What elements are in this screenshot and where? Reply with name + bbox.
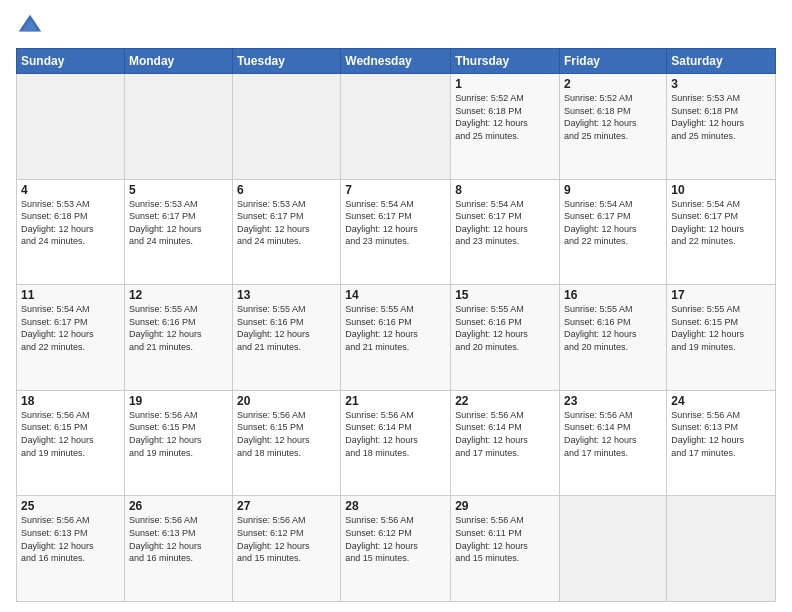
calendar-cell: 22Sunrise: 5:56 AM Sunset: 6:14 PM Dayli… xyxy=(451,390,560,496)
logo-icon xyxy=(16,12,44,40)
day-number: 29 xyxy=(455,499,555,513)
day-info: Sunrise: 5:54 AM Sunset: 6:17 PM Dayligh… xyxy=(21,303,120,353)
day-info: Sunrise: 5:55 AM Sunset: 6:16 PM Dayligh… xyxy=(237,303,336,353)
calendar: SundayMondayTuesdayWednesdayThursdayFrid… xyxy=(16,48,776,602)
day-number: 28 xyxy=(345,499,446,513)
calendar-cell: 2Sunrise: 5:52 AM Sunset: 6:18 PM Daylig… xyxy=(560,74,667,180)
weekday-header: Friday xyxy=(560,49,667,74)
calendar-cell: 10Sunrise: 5:54 AM Sunset: 6:17 PM Dayli… xyxy=(667,179,776,285)
day-info: Sunrise: 5:56 AM Sunset: 6:14 PM Dayligh… xyxy=(455,409,555,459)
day-number: 14 xyxy=(345,288,446,302)
calendar-cell: 8Sunrise: 5:54 AM Sunset: 6:17 PM Daylig… xyxy=(451,179,560,285)
day-number: 7 xyxy=(345,183,446,197)
day-info: Sunrise: 5:54 AM Sunset: 6:17 PM Dayligh… xyxy=(345,198,446,248)
day-info: Sunrise: 5:56 AM Sunset: 6:13 PM Dayligh… xyxy=(21,514,120,564)
calendar-cell: 11Sunrise: 5:54 AM Sunset: 6:17 PM Dayli… xyxy=(17,285,125,391)
day-number: 4 xyxy=(21,183,120,197)
day-number: 24 xyxy=(671,394,771,408)
day-number: 10 xyxy=(671,183,771,197)
calendar-cell xyxy=(17,74,125,180)
day-info: Sunrise: 5:56 AM Sunset: 6:12 PM Dayligh… xyxy=(237,514,336,564)
day-info: Sunrise: 5:54 AM Sunset: 6:17 PM Dayligh… xyxy=(671,198,771,248)
calendar-cell: 29Sunrise: 5:56 AM Sunset: 6:11 PM Dayli… xyxy=(451,496,560,602)
day-number: 16 xyxy=(564,288,662,302)
weekday-header: Sunday xyxy=(17,49,125,74)
day-number: 25 xyxy=(21,499,120,513)
day-info: Sunrise: 5:52 AM Sunset: 6:18 PM Dayligh… xyxy=(455,92,555,142)
day-info: Sunrise: 5:56 AM Sunset: 6:14 PM Dayligh… xyxy=(345,409,446,459)
day-info: Sunrise: 5:56 AM Sunset: 6:15 PM Dayligh… xyxy=(21,409,120,459)
calendar-cell: 4Sunrise: 5:53 AM Sunset: 6:18 PM Daylig… xyxy=(17,179,125,285)
day-number: 23 xyxy=(564,394,662,408)
calendar-cell: 19Sunrise: 5:56 AM Sunset: 6:15 PM Dayli… xyxy=(124,390,232,496)
day-info: Sunrise: 5:54 AM Sunset: 6:17 PM Dayligh… xyxy=(564,198,662,248)
calendar-cell: 3Sunrise: 5:53 AM Sunset: 6:18 PM Daylig… xyxy=(667,74,776,180)
day-info: Sunrise: 5:53 AM Sunset: 6:18 PM Dayligh… xyxy=(21,198,120,248)
calendar-cell: 25Sunrise: 5:56 AM Sunset: 6:13 PM Dayli… xyxy=(17,496,125,602)
calendar-cell: 1Sunrise: 5:52 AM Sunset: 6:18 PM Daylig… xyxy=(451,74,560,180)
day-number: 27 xyxy=(237,499,336,513)
day-number: 18 xyxy=(21,394,120,408)
logo xyxy=(16,12,48,40)
calendar-week: 4Sunrise: 5:53 AM Sunset: 6:18 PM Daylig… xyxy=(17,179,776,285)
calendar-cell: 16Sunrise: 5:55 AM Sunset: 6:16 PM Dayli… xyxy=(560,285,667,391)
weekday-header: Tuesday xyxy=(233,49,341,74)
calendar-cell: 12Sunrise: 5:55 AM Sunset: 6:16 PM Dayli… xyxy=(124,285,232,391)
day-number: 1 xyxy=(455,77,555,91)
calendar-cell xyxy=(124,74,232,180)
day-info: Sunrise: 5:53 AM Sunset: 6:18 PM Dayligh… xyxy=(671,92,771,142)
calendar-cell: 13Sunrise: 5:55 AM Sunset: 6:16 PM Dayli… xyxy=(233,285,341,391)
calendar-week: 1Sunrise: 5:52 AM Sunset: 6:18 PM Daylig… xyxy=(17,74,776,180)
calendar-cell: 14Sunrise: 5:55 AM Sunset: 6:16 PM Dayli… xyxy=(341,285,451,391)
day-number: 12 xyxy=(129,288,228,302)
day-info: Sunrise: 5:55 AM Sunset: 6:16 PM Dayligh… xyxy=(129,303,228,353)
day-number: 6 xyxy=(237,183,336,197)
weekday-header: Saturday xyxy=(667,49,776,74)
day-number: 20 xyxy=(237,394,336,408)
day-number: 3 xyxy=(671,77,771,91)
day-number: 22 xyxy=(455,394,555,408)
weekday-header: Wednesday xyxy=(341,49,451,74)
page: SundayMondayTuesdayWednesdayThursdayFrid… xyxy=(0,0,792,612)
calendar-cell: 17Sunrise: 5:55 AM Sunset: 6:15 PM Dayli… xyxy=(667,285,776,391)
day-number: 11 xyxy=(21,288,120,302)
day-info: Sunrise: 5:55 AM Sunset: 6:16 PM Dayligh… xyxy=(345,303,446,353)
day-number: 21 xyxy=(345,394,446,408)
day-info: Sunrise: 5:53 AM Sunset: 6:17 PM Dayligh… xyxy=(129,198,228,248)
day-info: Sunrise: 5:55 AM Sunset: 6:16 PM Dayligh… xyxy=(455,303,555,353)
day-number: 17 xyxy=(671,288,771,302)
day-number: 8 xyxy=(455,183,555,197)
calendar-cell xyxy=(667,496,776,602)
day-info: Sunrise: 5:56 AM Sunset: 6:12 PM Dayligh… xyxy=(345,514,446,564)
calendar-cell xyxy=(560,496,667,602)
day-info: Sunrise: 5:55 AM Sunset: 6:16 PM Dayligh… xyxy=(564,303,662,353)
calendar-cell: 24Sunrise: 5:56 AM Sunset: 6:13 PM Dayli… xyxy=(667,390,776,496)
header-row: SundayMondayTuesdayWednesdayThursdayFrid… xyxy=(17,49,776,74)
calendar-week: 18Sunrise: 5:56 AM Sunset: 6:15 PM Dayli… xyxy=(17,390,776,496)
calendar-cell: 18Sunrise: 5:56 AM Sunset: 6:15 PM Dayli… xyxy=(17,390,125,496)
top-section xyxy=(16,12,776,40)
day-number: 2 xyxy=(564,77,662,91)
day-number: 15 xyxy=(455,288,555,302)
calendar-cell: 28Sunrise: 5:56 AM Sunset: 6:12 PM Dayli… xyxy=(341,496,451,602)
day-number: 13 xyxy=(237,288,336,302)
calendar-cell: 6Sunrise: 5:53 AM Sunset: 6:17 PM Daylig… xyxy=(233,179,341,285)
weekday-header: Monday xyxy=(124,49,232,74)
day-number: 26 xyxy=(129,499,228,513)
calendar-cell xyxy=(341,74,451,180)
day-info: Sunrise: 5:56 AM Sunset: 6:15 PM Dayligh… xyxy=(129,409,228,459)
day-number: 19 xyxy=(129,394,228,408)
weekday-header: Thursday xyxy=(451,49,560,74)
calendar-week: 25Sunrise: 5:56 AM Sunset: 6:13 PM Dayli… xyxy=(17,496,776,602)
day-info: Sunrise: 5:56 AM Sunset: 6:11 PM Dayligh… xyxy=(455,514,555,564)
calendar-cell: 26Sunrise: 5:56 AM Sunset: 6:13 PM Dayli… xyxy=(124,496,232,602)
calendar-cell: 20Sunrise: 5:56 AM Sunset: 6:15 PM Dayli… xyxy=(233,390,341,496)
calendar-cell: 9Sunrise: 5:54 AM Sunset: 6:17 PM Daylig… xyxy=(560,179,667,285)
day-info: Sunrise: 5:56 AM Sunset: 6:14 PM Dayligh… xyxy=(564,409,662,459)
calendar-cell: 7Sunrise: 5:54 AM Sunset: 6:17 PM Daylig… xyxy=(341,179,451,285)
day-info: Sunrise: 5:55 AM Sunset: 6:15 PM Dayligh… xyxy=(671,303,771,353)
calendar-cell: 27Sunrise: 5:56 AM Sunset: 6:12 PM Dayli… xyxy=(233,496,341,602)
calendar-cell: 23Sunrise: 5:56 AM Sunset: 6:14 PM Dayli… xyxy=(560,390,667,496)
calendar-cell: 21Sunrise: 5:56 AM Sunset: 6:14 PM Dayli… xyxy=(341,390,451,496)
day-number: 9 xyxy=(564,183,662,197)
